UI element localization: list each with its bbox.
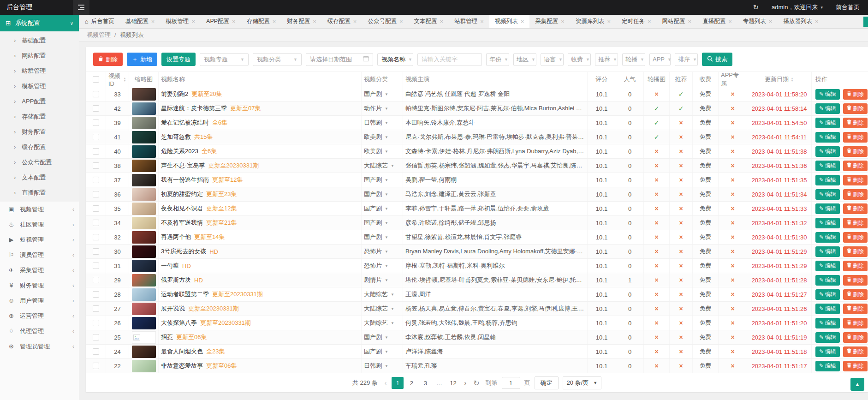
category-cell[interactable]: 国产剧▼ bbox=[362, 87, 403, 101]
edit-button[interactable]: ✎编辑 bbox=[815, 289, 840, 300]
sidebar-subitem[interactable]: ›网站配置 bbox=[0, 48, 79, 63]
sidebar-item[interactable]: ⊛管理员管理‹ bbox=[0, 339, 79, 354]
category-cell[interactable]: 日韩剧▼ bbox=[362, 116, 403, 130]
video-name[interactable]: 最食人间烟火色 bbox=[161, 347, 203, 356]
row-checkbox[interactable] bbox=[93, 277, 99, 283]
cross-icon[interactable]: × bbox=[679, 148, 683, 155]
tab[interactable]: 资源库列表× bbox=[570, 15, 616, 28]
cross-icon[interactable]: × bbox=[731, 148, 734, 155]
video-thumbnail[interactable] bbox=[132, 102, 156, 115]
row-checkbox[interactable] bbox=[93, 191, 99, 197]
row-delete-button[interactable]: 删除 bbox=[843, 89, 868, 100]
cross-icon[interactable]: × bbox=[654, 291, 658, 298]
row-checkbox[interactable] bbox=[93, 291, 99, 298]
sidebar-toggle-button[interactable] bbox=[73, 0, 89, 15]
tab[interactable]: 网站配置× bbox=[657, 15, 697, 28]
video-thumbnail[interactable] bbox=[132, 231, 156, 244]
category-cell[interactable]: 大陆综艺▼ bbox=[362, 316, 403, 330]
tab[interactable]: 缓存配置× bbox=[322, 15, 363, 28]
select-all-checkbox[interactable] bbox=[93, 76, 99, 83]
cross-icon[interactable]: × bbox=[679, 205, 683, 212]
sort-icon[interactable]: ▲▼ bbox=[791, 77, 794, 82]
video-name[interactable]: 大侦探第八季 bbox=[161, 319, 197, 327]
check-icon[interactable]: ✓ bbox=[654, 105, 660, 112]
row-delete-button[interactable]: 删除 bbox=[843, 289, 868, 300]
cross-icon[interactable]: × bbox=[654, 362, 658, 370]
user-menu[interactable]: admin，欢迎回来 ▾ bbox=[772, 3, 823, 12]
row-checkbox[interactable] bbox=[93, 205, 99, 212]
category-cell[interactable]: 动作片▼ bbox=[362, 101, 403, 115]
cross-icon[interactable]: × bbox=[679, 262, 683, 269]
category-cell[interactable]: 国产剧▼ bbox=[362, 330, 403, 344]
cross-icon[interactable]: × bbox=[731, 205, 734, 212]
video-thumbnail[interactable] bbox=[132, 288, 156, 301]
tab[interactable]: 直播配置× bbox=[697, 15, 737, 28]
sidebar-item[interactable]: ⊕运营管理‹ bbox=[0, 308, 79, 323]
row-delete-button[interactable]: 删除 bbox=[843, 118, 868, 128]
video-name[interactable]: 危险关系2023 bbox=[161, 147, 198, 155]
cross-icon[interactable]: × bbox=[731, 305, 734, 312]
check-icon[interactable]: ✓ bbox=[678, 105, 684, 112]
row-delete-button[interactable]: 删除 bbox=[843, 232, 868, 243]
video-name[interactable]: 不及将军送我情 bbox=[161, 219, 203, 227]
category-cell[interactable]: 恐怖片▼ bbox=[362, 259, 403, 273]
cross-icon[interactable]: × bbox=[679, 119, 683, 126]
sidebar-subitem[interactable]: ›缓存配置 bbox=[0, 139, 79, 155]
next-page-button[interactable]: › bbox=[463, 379, 467, 387]
cross-icon[interactable]: × bbox=[679, 319, 683, 327]
sidebar-subitem[interactable]: ›基础配置 bbox=[0, 33, 79, 48]
refresh-list-icon[interactable]: ↻ bbox=[473, 379, 479, 388]
sidebar-item[interactable]: ♢代理管理‹ bbox=[0, 323, 79, 339]
category-cell[interactable]: 欧美剧▼ bbox=[362, 144, 403, 158]
tab-scroll-button[interactable] bbox=[863, 17, 868, 27]
video-name[interactable]: 招惹 bbox=[161, 333, 173, 341]
cross-icon[interactable]: × bbox=[731, 233, 734, 241]
edit-button[interactable]: ✎编辑 bbox=[815, 146, 840, 157]
sidebar-item[interactable]: ▣视频管理‹ bbox=[0, 202, 79, 217]
cross-icon[interactable]: × bbox=[731, 219, 734, 227]
cross-icon[interactable]: × bbox=[679, 276, 683, 284]
cross-icon[interactable]: × bbox=[679, 305, 683, 312]
cross-icon[interactable]: × bbox=[731, 319, 734, 327]
sidebar-subitem[interactable]: ›站群管理 bbox=[0, 63, 79, 78]
cross-icon[interactable]: × bbox=[654, 348, 658, 355]
close-icon[interactable]: × bbox=[232, 18, 236, 24]
tab[interactable]: 专题列表× bbox=[737, 15, 778, 28]
close-icon[interactable]: × bbox=[440, 18, 444, 24]
row-delete-button[interactable]: 删除 bbox=[843, 275, 868, 286]
cross-icon[interactable]: × bbox=[679, 248, 683, 255]
tab[interactable]: ⌂后台首页 bbox=[79, 15, 120, 28]
cross-icon[interactable]: × bbox=[679, 348, 683, 355]
video-name[interactable]: 运动者联盟第二季 bbox=[161, 290, 209, 299]
video-name[interactable]: 爱在记忆被冻结时 bbox=[161, 119, 209, 127]
row-delete-button[interactable]: 删除 bbox=[843, 332, 868, 343]
video-thumbnail[interactable] bbox=[132, 88, 156, 101]
tab[interactable]: 播放器列表× bbox=[778, 15, 824, 28]
cross-icon[interactable]: × bbox=[731, 119, 734, 126]
tab[interactable]: 站群管理× bbox=[449, 15, 489, 28]
row-delete-button[interactable]: 删除 bbox=[843, 304, 868, 314]
cross-icon[interactable]: × bbox=[679, 176, 683, 184]
video-thumbnail[interactable] bbox=[132, 245, 156, 258]
video-name[interactable]: 我有一份逃生指南 bbox=[161, 176, 209, 184]
edit-button[interactable]: ✎编辑 bbox=[815, 361, 840, 371]
edit-button[interactable]: ✎编辑 bbox=[815, 132, 840, 143]
cross-icon[interactable]: × bbox=[731, 362, 734, 370]
edit-button[interactable]: ✎编辑 bbox=[815, 189, 840, 200]
cross-icon[interactable]: × bbox=[731, 105, 734, 112]
edit-button[interactable]: ✎编辑 bbox=[815, 103, 840, 114]
tab[interactable]: 定时任务× bbox=[616, 15, 657, 28]
video-thumbnail[interactable] bbox=[132, 303, 156, 315]
tab[interactable]: 公众号配置× bbox=[362, 15, 408, 28]
edit-button[interactable]: ✎编辑 bbox=[815, 318, 840, 328]
row-checkbox[interactable] bbox=[93, 105, 99, 112]
row-checkbox[interactable] bbox=[93, 334, 99, 340]
cross-icon[interactable]: × bbox=[654, 205, 658, 212]
row-delete-button[interactable]: 删除 bbox=[843, 203, 868, 214]
category-cell[interactable]: 日韩剧▼ bbox=[362, 359, 403, 373]
row-delete-button[interactable]: 删除 bbox=[843, 246, 868, 257]
cross-icon[interactable]: × bbox=[654, 90, 658, 98]
cross-icon[interactable]: × bbox=[679, 334, 683, 341]
page-number-button[interactable]: 12 bbox=[447, 377, 459, 389]
close-icon[interactable]: × bbox=[607, 18, 611, 24]
